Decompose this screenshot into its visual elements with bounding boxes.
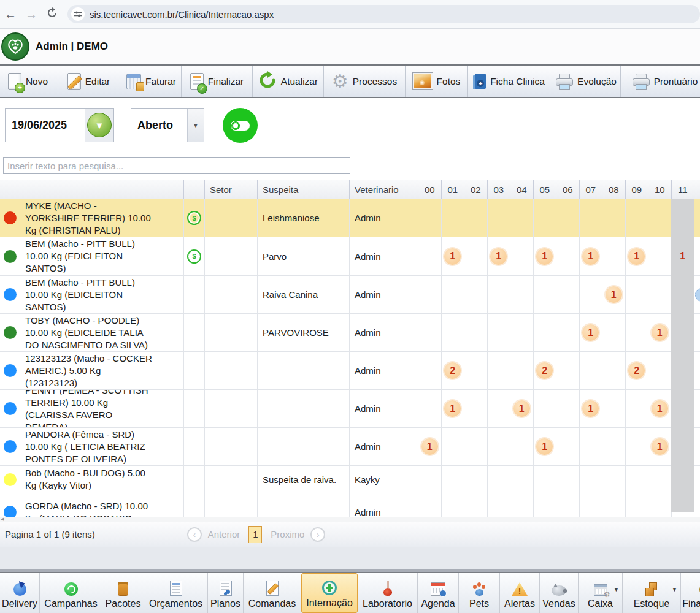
nav-item-or-amentos[interactable]: Orçamentos <box>144 573 208 613</box>
vertical-scrollbar[interactable] <box>671 199 694 512</box>
column-header-hour-04[interactable]: 04 <box>510 180 534 199</box>
nav-item-pacotes[interactable]: Pacotes <box>102 573 144 613</box>
hour-cell-06[interactable] <box>556 199 580 237</box>
hour-cell-09[interactable] <box>626 199 649 237</box>
hour-cell-05[interactable] <box>534 314 557 352</box>
hour-cell-03[interactable] <box>488 199 511 237</box>
current-page-button[interactable]: 1 <box>248 526 262 543</box>
hour-cell-07[interactable] <box>580 428 603 466</box>
nav-item-laboratorio[interactable]: Laboratorio <box>358 573 418 613</box>
hour-cell-05[interactable] <box>534 390 557 428</box>
nav-item-campanhas[interactable]: Campanhas <box>40 573 102 613</box>
hour-cell-05[interactable]: 1 <box>534 428 557 466</box>
hour-cell-07[interactable]: 1 <box>580 314 603 352</box>
hour-cell-02[interactable] <box>464 352 488 390</box>
hour-cell-04[interactable] <box>510 428 534 466</box>
hour-cell-01[interactable] <box>442 314 465 352</box>
hour-cell-03[interactable] <box>488 493 511 517</box>
nav-item-caixa[interactable]: Caixa▼ <box>579 573 623 613</box>
chevron-down-icon[interactable]: ▼ <box>672 587 677 593</box>
column-header-hour-11[interactable]: 11 <box>672 180 695 199</box>
hour-cell-06[interactable] <box>556 314 580 352</box>
hour-cell-03[interactable] <box>488 428 511 466</box>
editar-button[interactable]: Editar <box>56 66 121 97</box>
nav-item-estoque[interactable]: Estoque▼ <box>623 573 681 613</box>
hour-cell-04[interactable] <box>510 493 534 517</box>
previous-page-icon[interactable]: ‹ <box>187 527 202 542</box>
hour-cell-04[interactable] <box>510 237 534 276</box>
hour-cell-09[interactable] <box>626 466 649 493</box>
nav-item-agenda[interactable]: Agenda <box>418 573 459 613</box>
site-settings-icon[interactable] <box>71 7 85 21</box>
next-page-icon[interactable]: › <box>310 527 325 542</box>
date-dropdown-icon[interactable]: ▼ <box>87 113 112 137</box>
column-header-hour-09[interactable]: 09 <box>626 180 649 199</box>
column-header-hour-08[interactable]: 08 <box>602 180 626 199</box>
hour-cell-06[interactable] <box>556 237 580 276</box>
hour-cell-02[interactable] <box>464 428 488 466</box>
prontu-rio-button[interactable]: Prontuário <box>621 66 700 97</box>
hour-cell-09[interactable] <box>626 493 649 517</box>
patient-row[interactable]: BEM (Macho - PITT BULL) 10.00 Kg (EDICLE… <box>0 237 700 276</box>
hour-cell-02[interactable] <box>464 466 488 493</box>
next-page-label[interactable]: Proximo <box>271 529 304 539</box>
column-header[interactable] <box>184 180 205 199</box>
hour-cell-01[interactable] <box>442 199 465 237</box>
nav-item-alertas[interactable]: !Alertas <box>500 573 540 613</box>
hour-cell-05[interactable]: 1 <box>534 237 557 276</box>
status-select[interactable]: Aberto ▼ <box>131 108 204 142</box>
hour-cell-09[interactable] <box>626 276 649 314</box>
column-header-veterinario[interactable]: Veterinario <box>350 180 418 199</box>
ficha-clinica-button[interactable]: +Ficha Clinica <box>468 66 552 97</box>
column-header-hour-02[interactable]: 02 <box>464 180 488 199</box>
hour-cell-10[interactable]: 1 <box>648 428 672 466</box>
hour-cell-00[interactable] <box>418 352 442 390</box>
column-header-hour-10[interactable]: 10 <box>648 180 672 199</box>
hour-cell-02[interactable] <box>464 314 488 352</box>
hour-cell-03[interactable] <box>488 314 511 352</box>
patient-row[interactable]: TOBY (MACHO - POODLE) 10.00 Kg (EDICLEID… <box>0 314 700 352</box>
hour-cell-06[interactable] <box>556 493 580 517</box>
hour-cell-10[interactable] <box>648 352 672 390</box>
hour-cell-00[interactable] <box>418 390 442 428</box>
hour-cell-04[interactable]: 1 <box>510 390 534 428</box>
hour-cell-05[interactable] <box>534 276 557 314</box>
hour-cell-09[interactable] <box>626 428 649 466</box>
column-header-hour-01[interactable]: 01 <box>442 180 465 199</box>
column-header-hour-07[interactable]: 07 <box>580 180 603 199</box>
hour-cell-10[interactable]: 1 <box>648 314 672 352</box>
hour-cell-02[interactable] <box>464 390 488 428</box>
hour-cell-09[interactable]: 2 <box>626 352 649 390</box>
hour-cell-00[interactable] <box>418 466 442 493</box>
chevron-down-icon[interactable]: ▼ <box>613 587 619 593</box>
browser-forward-icon[interactable]: → <box>21 7 42 21</box>
hour-cell-05[interactable]: 2 <box>534 352 557 390</box>
hour-cell-08[interactable] <box>602 428 626 466</box>
hour-cell-00[interactable] <box>418 314 442 352</box>
hour-cell-08[interactable] <box>602 314 626 352</box>
column-header[interactable] <box>0 180 20 199</box>
hour-cell-08[interactable]: 1 <box>602 276 626 314</box>
hour-cell-01[interactable] <box>442 466 465 493</box>
patient-row[interactable]: PANDORA (Fêmea - SRD) 10.00 Kg ( LETICIA… <box>0 428 700 466</box>
hour-cell-08[interactable] <box>602 466 626 493</box>
patient-row[interactable]: 123123123 (Macho - COCKER AMERIC.) 5.00 … <box>0 352 700 390</box>
hour-cell-06[interactable] <box>556 352 580 390</box>
novo-button[interactable]: +Novo <box>0 66 56 97</box>
faturar-button[interactable]: Faturar <box>121 66 182 97</box>
hour-cell-10[interactable] <box>648 199 672 237</box>
hour-cell-09[interactable] <box>626 390 649 428</box>
hour-cell-00[interactable] <box>418 493 442 517</box>
column-header-setor[interactable]: Setor <box>205 180 258 199</box>
hour-cell-08[interactable] <box>602 493 626 517</box>
hour-cell-04[interactable] <box>510 276 534 314</box>
toggle-open-button[interactable] <box>223 108 258 143</box>
hour-cell-08[interactable] <box>602 352 626 390</box>
nav-item-planos[interactable]: Planos <box>208 573 244 613</box>
hour-cell-08[interactable] <box>602 390 626 428</box>
status-dropdown-icon[interactable]: ▼ <box>187 109 204 142</box>
hour-cell-08[interactable] <box>602 237 626 276</box>
column-header-hour-00[interactable]: 00 <box>418 180 442 199</box>
hour-cell-07[interactable] <box>580 493 603 517</box>
hour-cell-05[interactable] <box>534 493 557 517</box>
